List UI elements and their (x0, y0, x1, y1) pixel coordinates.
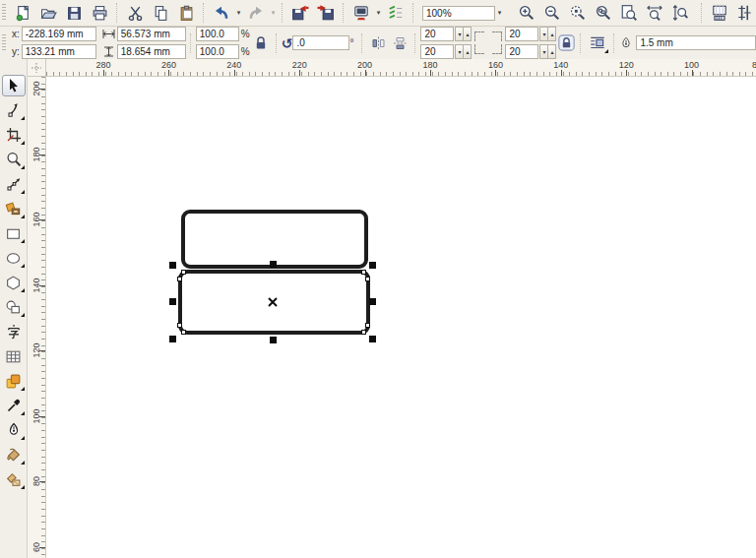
corner-radius-top-right-spinner[interactable]: ▾▴ (540, 27, 556, 41)
corner-node[interactable] (181, 330, 186, 335)
scale-vertical-input[interactable]: 100.0 (196, 44, 239, 59)
zoom-tool[interactable] (2, 149, 26, 170)
selection-handle-middle-right[interactable] (369, 298, 376, 305)
rectangle-tool[interactable] (2, 222, 26, 244)
shape-tool[interactable] (2, 99, 26, 121)
undo-icon (213, 4, 230, 22)
corner-bracket-bottom-left (474, 44, 484, 54)
launcher-dropdown-button[interactable]: ▾ (374, 2, 383, 24)
selection-handle-top-right[interactable] (369, 262, 376, 269)
crop-tool[interactable] (2, 124, 26, 146)
round-corners-together-button[interactable] (556, 32, 576, 54)
zoom-in-button[interactable] (514, 2, 539, 24)
mirror-vertical-button[interactable] (389, 32, 410, 54)
outline-pen-tool[interactable] (2, 419, 26, 441)
corner-node[interactable] (361, 330, 366, 335)
horizontal-ruler[interactable]: 28026024022020018016014012010080 (46, 59, 756, 77)
print-button[interactable] (87, 2, 112, 24)
h-ruler-major-tick (234, 70, 235, 76)
undo-button[interactable] (209, 2, 234, 24)
fill-tool[interactable] (2, 444, 26, 465)
interactive-fill-tool[interactable] (2, 468, 26, 490)
corner-node[interactable] (177, 277, 182, 281)
corner-node[interactable] (365, 323, 370, 328)
v-ruler-major-tick (39, 416, 45, 417)
redo-button[interactable] (243, 2, 269, 24)
blend-tool[interactable] (2, 370, 26, 392)
outline-width-combo[interactable]: 1.5 mm (636, 35, 756, 50)
selection-handle-top-center[interactable] (270, 261, 277, 268)
paste-button[interactable] (173, 2, 199, 24)
vertical-ruler[interactable]: 2001801601401201008060 (28, 77, 46, 558)
import-button[interactable] (287, 2, 313, 24)
zoom-in-icon (518, 4, 536, 22)
copy-button[interactable] (148, 2, 173, 24)
scale-horizontal-input[interactable]: 100.0 (196, 27, 239, 41)
smart-fill-tool[interactable] (2, 198, 26, 219)
new-document-button[interactable] (10, 2, 35, 24)
blend-icon (5, 373, 22, 390)
table-tool[interactable] (2, 345, 26, 367)
redo-dropdown-button[interactable]: ▾ (269, 2, 278, 24)
corner-node[interactable] (361, 270, 366, 275)
corner-radius-bottom-left-input[interactable]: 20 (420, 44, 454, 59)
corner-radius-bottom-right-spinner[interactable]: ▾▴ (540, 44, 556, 59)
wrap-text-button[interactable] (586, 32, 609, 54)
color-eyedropper-tool[interactable] (2, 395, 26, 416)
selection-handle-bottom-right[interactable] (369, 336, 376, 342)
corner-radius-top-right-input[interactable]: 20 (505, 27, 538, 41)
selection-handle-bottom-center[interactable] (270, 337, 277, 343)
round-corners-lock-icon (558, 34, 575, 51)
corner-radius-bottom-right-input[interactable]: 20 (505, 44, 538, 59)
corner-node[interactable] (365, 277, 370, 281)
selection-center-marker[interactable] (268, 297, 278, 307)
basic-shapes-tool[interactable] (2, 296, 26, 318)
corner-radius-top-left-input[interactable]: 20 (420, 27, 454, 41)
smart-fill-icon (5, 201, 22, 217)
corner-radius-bottom-left-spinner[interactable]: ▾▴ (456, 44, 472, 59)
selection-handle-middle-left[interactable] (169, 298, 176, 305)
zoom-to-selected-button[interactable] (565, 2, 591, 24)
pick-tool[interactable] (2, 75, 26, 96)
object-height-input[interactable]: 18.654 mm (117, 44, 186, 59)
y-position-input[interactable]: 133.21 mm (22, 44, 96, 59)
zoom-level-combo[interactable]: 100% (422, 6, 495, 21)
export-button[interactable] (313, 2, 339, 24)
drawing-canvas[interactable] (46, 77, 756, 558)
zoom-level-dropdown-button[interactable]: ▾ (495, 2, 504, 24)
rounded-rectangle-top[interactable] (181, 210, 368, 269)
zoom-to-page-width-button[interactable] (642, 2, 667, 24)
selection-handle-top-left[interactable] (169, 262, 176, 269)
cut-button[interactable] (122, 2, 148, 24)
polygon-tool-flyout (21, 288, 25, 292)
selection-handle-bottom-left[interactable] (169, 336, 176, 342)
corner-node[interactable] (181, 270, 186, 275)
application-launcher-button[interactable] (348, 2, 374, 24)
corner-radius-top-left-spinner[interactable]: ▾▴ (456, 27, 472, 41)
text-tool[interactable] (2, 321, 26, 342)
toolbar-grip[interactable] (2, 4, 6, 22)
ellipse-tool[interactable] (2, 247, 26, 269)
zoom-to-all-objects-button[interactable] (591, 2, 616, 24)
x-position-input[interactable]: -228.169 mm (22, 27, 96, 41)
object-width-input[interactable]: 56.573 mm (117, 27, 186, 41)
lock-ratio-button[interactable] (250, 32, 272, 54)
whats-new-button[interactable] (383, 2, 409, 24)
full-screen-preview-button[interactable] (707, 2, 732, 24)
mirror-horizontal-button[interactable] (367, 32, 389, 54)
rotation-angle-input[interactable]: .0 (292, 35, 349, 50)
property-bar-grip[interactable] (2, 34, 6, 52)
save-button[interactable] (61, 2, 87, 24)
zoom-to-page-button[interactable] (616, 2, 642, 24)
open-button[interactable] (35, 2, 61, 24)
polygon-tool[interactable] (2, 272, 26, 293)
h-ruler-label: 80 (752, 60, 756, 70)
show-guides-button[interactable] (732, 2, 756, 24)
zoom-to-page-height-button[interactable] (667, 2, 693, 24)
zoom-out-button[interactable] (539, 2, 565, 24)
freehand-tool[interactable] (2, 173, 26, 195)
toolbar-separator (116, 3, 118, 23)
ruler-origin-corner[interactable] (28, 59, 46, 77)
undo-dropdown-button[interactable]: ▾ (234, 2, 243, 24)
corner-node[interactable] (177, 323, 182, 328)
